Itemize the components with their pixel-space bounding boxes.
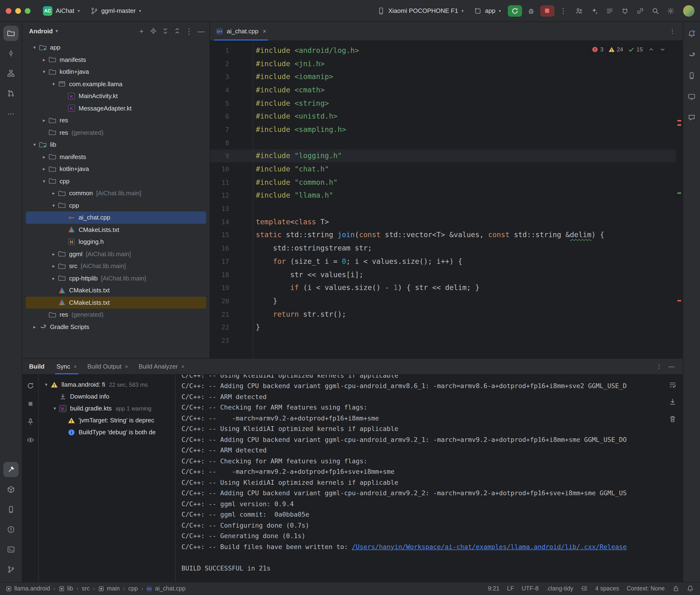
tree-item-gradle-scripts[interactable]: ▸Gradle Scripts bbox=[26, 321, 206, 333]
hide-build-panel-icon[interactable]: — bbox=[665, 360, 678, 373]
code-area[interactable]: 1#include <android/log.h>2#include <jni.… bbox=[210, 41, 676, 358]
line-separator-widget[interactable]: LF bbox=[507, 585, 514, 592]
context-widget[interactable]: Context: None bbox=[627, 585, 665, 592]
indent-widget[interactable]: 4 spaces bbox=[595, 585, 619, 592]
build-tab-build-analyzer[interactable]: Build Analyzer× bbox=[133, 359, 190, 374]
build-tree-item-buildtype-debug-is-both-de[interactable]: BuildType 'debug' is both de bbox=[38, 426, 175, 438]
error-stripe-mark[interactable] bbox=[677, 192, 681, 194]
tree-item-res[interactable]: res(generated) bbox=[26, 309, 206, 321]
code-line-2[interactable]: 2#include <jni.h> bbox=[210, 57, 676, 70]
chevron-right-icon[interactable]: ▸ bbox=[50, 276, 58, 281]
locate-file-icon[interactable] bbox=[148, 25, 159, 37]
project-folder-icon[interactable] bbox=[3, 26, 19, 41]
close-button[interactable] bbox=[6, 8, 11, 13]
tree-item-mainactivity-kt[interactable]: KMainActivity.kt bbox=[26, 90, 206, 102]
chevron-right-icon[interactable]: ▸ bbox=[40, 57, 48, 62]
code-line-14[interactable]: 14template<class T> bbox=[210, 215, 676, 228]
tree-item-cpp[interactable]: ▾cpp bbox=[26, 199, 206, 211]
close-tab-icon[interactable]: × bbox=[125, 363, 128, 370]
tree-item-app[interactable]: ▾app bbox=[26, 41, 206, 54]
version-control-icon[interactable] bbox=[3, 562, 19, 577]
build-tab-sync[interactable]: Sync× bbox=[51, 359, 82, 374]
tree-item-kotlin-java[interactable]: ▸kotlin+java bbox=[26, 163, 206, 175]
device-manager-icon[interactable] bbox=[684, 68, 699, 83]
editor-options-icon[interactable]: ⋮ bbox=[666, 25, 678, 37]
close-tab-icon[interactable]: × bbox=[181, 363, 185, 370]
code-line-13[interactable]: 13 bbox=[210, 202, 676, 215]
chevron-down-icon[interactable]: ▾ bbox=[40, 69, 48, 75]
build-tree-item-jvmtarget-string-is-deprec[interactable]: 'jvmTarget: String' is deprec bbox=[38, 414, 175, 426]
tree-item-cpp[interactable]: ▾cpp bbox=[26, 175, 206, 187]
assistant-chat-icon[interactable] bbox=[684, 111, 699, 125]
code-line-23[interactable]: 23 bbox=[210, 334, 676, 347]
chevron-right-icon[interactable]: ▸ bbox=[30, 324, 38, 330]
commit-icon[interactable] bbox=[3, 46, 19, 61]
build-tree-item-download-info[interactable]: Download info bbox=[38, 391, 175, 402]
console-link[interactable]: /Users/hanyin/Workspace/ai-chat/examples… bbox=[352, 543, 627, 550]
more-tools-icon[interactable]: ⋯ bbox=[3, 106, 19, 121]
passed-count[interactable]: 15 bbox=[628, 46, 643, 53]
tree-item-com-example-llama[interactable]: ▾com.example.llama bbox=[26, 78, 206, 90]
link-icon[interactable] bbox=[633, 4, 647, 18]
error-stripe-mark[interactable] bbox=[677, 300, 681, 302]
inspect-eye-icon[interactable] bbox=[24, 434, 36, 446]
tree-item-src[interactable]: ▸src[AiChat.lib.main] bbox=[26, 260, 206, 272]
previous-problem-icon[interactable] bbox=[648, 46, 654, 53]
project-view-selector[interactable]: Android ▾ bbox=[29, 27, 58, 34]
code-line-21[interactable]: 21 return str.str(); bbox=[210, 308, 676, 321]
code-line-6[interactable]: 6#include <unistd.h> bbox=[210, 110, 676, 123]
task-list-icon[interactable] bbox=[603, 4, 616, 18]
warning-count[interactable]: 24 bbox=[608, 46, 623, 53]
more-run-actions-button[interactable]: ⋮ bbox=[557, 4, 569, 17]
tree-item-common[interactable]: ▸common[AiChat.lib.main] bbox=[26, 187, 206, 199]
error-stripe[interactable] bbox=[676, 41, 682, 358]
tree-item-cmakelists-txt[interactable]: CMakeLists.txt bbox=[26, 224, 206, 236]
code-line-20[interactable]: 20 } bbox=[210, 294, 676, 307]
breadcrumb-cpp[interactable]: cpp bbox=[129, 585, 138, 592]
code-line-3[interactable]: 3#include <iomanip> bbox=[210, 70, 676, 83]
breadcrumb-lib[interactable]: lib bbox=[59, 585, 73, 592]
tree-item-cmakelists-txt[interactable]: CMakeLists.txt bbox=[26, 284, 206, 296]
build-tree-item-build-gradle-kts[interactable]: ▾Kbuild.gradle.ktsapp 1 warning bbox=[38, 402, 175, 414]
tree-item-cpp-httplib[interactable]: ▸cpp-httplib[AiChat.lib.main] bbox=[26, 272, 206, 284]
rerun-icon[interactable] bbox=[24, 379, 36, 392]
pin-icon[interactable] bbox=[24, 416, 36, 428]
tree-item-ggml[interactable]: ▸ggml[AiChat.lib.main] bbox=[26, 248, 206, 260]
close-tab-icon[interactable]: × bbox=[263, 28, 266, 35]
pull-requests-icon[interactable] bbox=[3, 86, 19, 101]
user-avatar[interactable] bbox=[683, 5, 694, 17]
zoom-button[interactable] bbox=[25, 8, 30, 13]
tree-item-cmakelists-txt[interactable]: CMakeLists.txt bbox=[26, 296, 206, 309]
project-selector[interactable]: AC AiChat ▾ bbox=[39, 4, 84, 18]
code-line-15[interactable]: 15static std::string join(const std::vec… bbox=[210, 228, 676, 242]
next-problem-icon[interactable] bbox=[659, 46, 666, 53]
chevron-down-icon[interactable]: ▾ bbox=[40, 178, 48, 184]
branch-selector[interactable]: ggml-master ▾ bbox=[86, 5, 145, 17]
tree-item-lib[interactable]: ▾lib bbox=[26, 139, 206, 151]
chevron-right-icon[interactable]: ▸ bbox=[50, 191, 58, 196]
code-line-18[interactable]: 18 str << values[i]; bbox=[210, 268, 676, 281]
build-icon[interactable] bbox=[3, 462, 19, 477]
clear-all-icon[interactable] bbox=[666, 413, 678, 425]
error-stripe-mark[interactable] bbox=[677, 120, 681, 121]
build-options-icon[interactable]: ⋮ bbox=[653, 360, 665, 373]
chevron-down-icon[interactable]: ▾ bbox=[50, 203, 58, 208]
code-line-17[interactable]: 17 for (size_t i = 0; i < values.size();… bbox=[210, 255, 676, 268]
chevron-down-icon[interactable]: ▾ bbox=[43, 382, 50, 387]
lock-icon[interactable] bbox=[672, 585, 679, 592]
soft-wrap-icon[interactable] bbox=[666, 378, 678, 391]
scroll-end-icon[interactable] bbox=[666, 396, 678, 408]
build-console[interactable]: C/C++: -- Using KleidiAI optimized kerne… bbox=[176, 375, 663, 582]
chevron-down-icon[interactable]: ▾ bbox=[30, 45, 38, 50]
code-line-10[interactable]: 10#include "chat.h" bbox=[210, 162, 676, 175]
chevron-down-icon[interactable]: ▾ bbox=[51, 406, 59, 411]
error-count[interactable]: 3 bbox=[592, 46, 603, 53]
chevron-right-icon[interactable]: ▸ bbox=[40, 154, 48, 160]
tree-item-manifests[interactable]: ▸manifests bbox=[26, 54, 206, 66]
tree-item-ai-chat-cpp[interactable]: C++ai_chat.cpp bbox=[26, 211, 206, 224]
hide-panel-icon[interactable]: — bbox=[195, 25, 207, 37]
tree-item-messageadapter-kt[interactable]: KMessageAdapter.kt bbox=[26, 102, 206, 114]
code-line-9[interactable]: 9#include "logging.h" bbox=[210, 149, 676, 162]
editor-body[interactable]: 1#include <android/log.h>2#include <jni.… bbox=[210, 41, 682, 358]
breadcrumb-ai-chat-cpp[interactable]: C++ai_chat.cpp bbox=[146, 585, 186, 592]
